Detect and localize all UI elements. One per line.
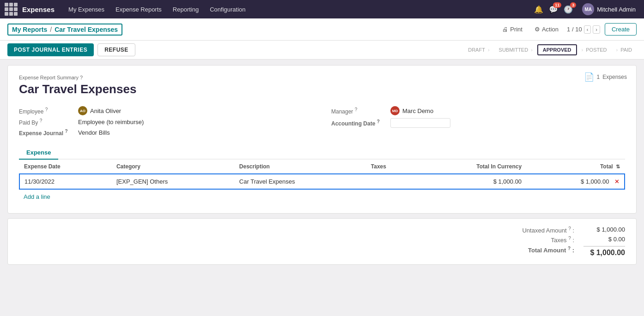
total-value: $ 1,000.00 (583, 246, 625, 257)
nav-icons: 🔔 💬 11 🕐 3 MA Mitchell Admin (534, 1, 639, 17)
expense-journal-value: Vendor Bills (78, 129, 110, 136)
breadcrumb[interactable]: My Reports / Car Travel Expenses (7, 24, 122, 36)
paid-by-label: Paid By ? (19, 118, 74, 126)
untaxed-row: Untaxed Amount ? : $ 1,000.00 (505, 226, 625, 234)
manager-avatar: MD (390, 106, 400, 115)
doc-count-number: 1 (597, 74, 600, 80)
employee-avatar: AO (78, 106, 87, 115)
sort-icon[interactable]: ⇅ (616, 164, 620, 169)
nav-expense-reports[interactable]: Expense Reports (111, 4, 166, 15)
app-grid-icon[interactable] (5, 3, 18, 16)
col-expense-date: Expense Date (19, 160, 112, 174)
print-label: Print (510, 26, 522, 33)
breadcrumb-parent[interactable]: My Reports (12, 26, 47, 33)
cell-date: 11/30/2022 (19, 174, 112, 189)
chat-icon[interactable]: 💬 11 (549, 5, 558, 14)
paid-by-value: Employee (to reimburse) (78, 119, 144, 125)
cell-description: Car Travel Expenses (235, 174, 366, 189)
expense-journal-field-row: Expense Journal ? Vendor Bills (19, 127, 313, 138)
paid-by-field-row: Paid By ? Employee (to reimburse) (19, 117, 313, 127)
action-label: Action (542, 26, 559, 33)
nav-my-expenses[interactable]: My Expenses (64, 4, 109, 15)
secondary-bar: My Reports / Car Travel Expenses 🖨 Print… (0, 18, 644, 41)
tab-expense[interactable]: Expense (19, 146, 58, 160)
accounting-date-label: Accounting Date ? (331, 119, 387, 127)
employee-value: AO Anita Oliver (78, 106, 121, 115)
clock-icon[interactable]: 🕐 3 (564, 5, 573, 14)
form-subtitle: Expense Report Summary ? (19, 75, 625, 80)
doc-count: 📄 1 Expenses (584, 72, 627, 82)
app-name[interactable]: Expenses (22, 6, 55, 13)
gear-icon: ⚙ (535, 26, 540, 33)
left-fields: Employee ? AO Anita Oliver Paid By ? Emp… (19, 105, 313, 138)
status-submitted[interactable]: SUBMITTED › (494, 45, 537, 54)
status-paid[interactable]: › PAID (611, 45, 637, 54)
cell-total: $ 1,000.00 ✕ (526, 174, 625, 189)
expense-journal-label: Expense Journal ? (19, 129, 74, 137)
col-taxes: Taxes (366, 160, 416, 174)
breadcrumb-current: Car Travel Expenses (55, 26, 118, 33)
prev-button[interactable]: ‹ (584, 25, 591, 34)
total-label: Total Amount ? : (505, 246, 574, 257)
main-content: 📄 1 Expenses Expense Report Summary ? Ca… (0, 60, 644, 270)
status-draft[interactable]: DRAFT › (463, 45, 494, 54)
cell-category: [EXP_GEN] Others (112, 174, 235, 189)
user-name: Mitchell Admin (597, 6, 636, 13)
add-line-button[interactable]: Add a line (19, 190, 55, 204)
manager-label: Manager ? (331, 107, 387, 115)
doc-count-label: Expenses (602, 74, 627, 80)
untaxed-label: Untaxed Amount ? : (505, 226, 574, 234)
clock-badge: 3 (570, 2, 576, 8)
next-button[interactable]: › (593, 25, 600, 34)
user-avatar: MA (582, 3, 594, 15)
status-posted[interactable]: › POSTED (577, 45, 612, 54)
manager-value: MD Marc Demo (390, 106, 433, 115)
printer-icon: 🖨 (502, 26, 508, 33)
right-fields: Manager ? MD Marc Demo Accounting Date ? (331, 105, 625, 138)
total-row: Total Amount ? : $ 1,000.00 (505, 246, 625, 257)
accounting-date-field-row: Accounting Date ? (331, 117, 625, 129)
action-button[interactable]: ⚙ Action (531, 24, 562, 35)
manager-field-row: Manager ? MD Marc Demo (331, 105, 625, 117)
col-total: Total ⇅ (526, 160, 625, 174)
refuse-button[interactable]: REFUSE (97, 43, 135, 56)
status-bar: DRAFT › SUBMITTED › APPROVED › POSTED › … (463, 44, 637, 55)
summary-rows: Untaxed Amount ? : $ 1,000.00 Taxes ? : … (19, 226, 625, 257)
notifications-icon[interactable]: 🔔 (534, 5, 543, 14)
tabs: Expense (19, 146, 625, 160)
nav-reporting[interactable]: Reporting (168, 4, 203, 15)
nav-configuration[interactable]: Configuration (205, 4, 250, 15)
accounting-date-input[interactable] (390, 118, 450, 128)
action-bar-left: POST JOURNAL ENTRIES REFUSE (7, 43, 135, 56)
expense-table: Expense Date Category Description Taxes … (19, 160, 625, 190)
sec-right: 🖨 Print ⚙ Action 1 / 10 ‹ › Create (498, 23, 637, 36)
chat-badge: 11 (553, 2, 561, 8)
top-nav: Expenses My Expenses Expense Reports Rep… (0, 0, 644, 18)
employee-field-row: Employee ? AO Anita Oliver (19, 105, 313, 117)
col-description: Description (235, 160, 366, 174)
status-approved[interactable]: APPROVED (537, 44, 577, 55)
pager: 1 / 10 ‹ › (567, 25, 600, 34)
accounting-date-value[interactable] (390, 118, 450, 128)
table-row[interactable]: 11/30/2022 [EXP_GEN] Others Car Travel E… (19, 174, 625, 189)
taxes-label: Taxes ? : (505, 236, 574, 244)
document-icon: 📄 (584, 72, 594, 82)
cell-total-in-currency: $ 1,000.00 (416, 174, 526, 189)
untaxed-value: $ 1,000.00 (583, 226, 625, 234)
delete-row-icon[interactable]: ✕ (614, 178, 620, 185)
breadcrumb-separator: / (50, 26, 52, 33)
print-button[interactable]: 🖨 Print (498, 24, 526, 35)
create-button[interactable]: Create (605, 23, 637, 36)
pager-text: 1 / 10 (567, 26, 582, 33)
taxes-row: Taxes ? : $ 0.00 (505, 236, 625, 244)
action-bar: POST JOURNAL ENTRIES REFUSE DRAFT › SUBM… (0, 41, 644, 60)
taxes-value: $ 0.00 (583, 236, 625, 244)
cell-taxes (366, 174, 416, 189)
summary-card: Untaxed Amount ? : $ 1,000.00 Taxes ? : … (7, 218, 637, 265)
user-menu[interactable]: MA Mitchell Admin (578, 1, 639, 17)
post-journal-entries-button[interactable]: POST JOURNAL ENTRIES (7, 43, 94, 56)
form-card: 📄 1 Expenses Expense Report Summary ? Ca… (7, 65, 637, 214)
employee-label: Employee ? (19, 107, 74, 115)
col-category: Category (112, 160, 235, 174)
col-total-in-currency: Total In Currency (416, 160, 526, 174)
